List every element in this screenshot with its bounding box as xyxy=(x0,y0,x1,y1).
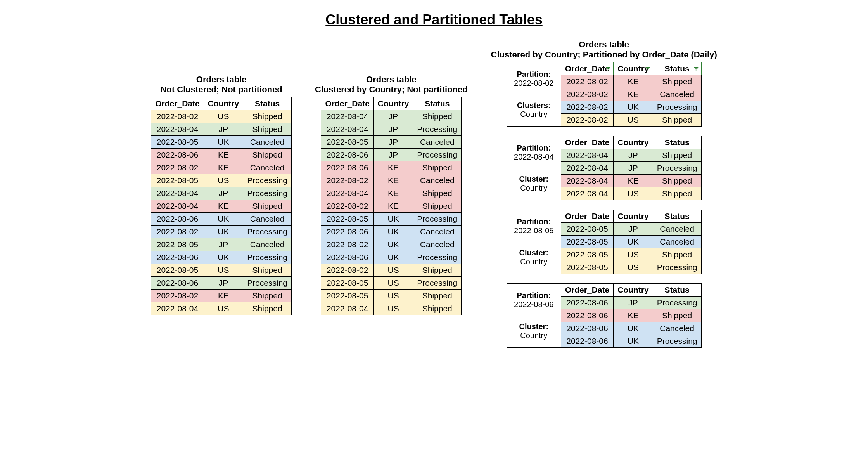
cluster-label: Cluster: xyxy=(510,175,558,184)
left-table-body: 2022-08-02USShipped2022-08-04JPShipped20… xyxy=(151,110,292,315)
cluster-label: Clusters: xyxy=(510,101,558,110)
partition-table: Order_DateCountryStatus2022-08-05JPCance… xyxy=(561,210,702,274)
table-cell: US xyxy=(614,114,653,127)
table-cell: Canceled xyxy=(243,136,292,149)
table-cell: Processing xyxy=(653,297,701,309)
table-cell: 2022-08-02 xyxy=(151,226,204,238)
table-cell: KE xyxy=(373,187,413,200)
table-header-row: Order_DateCountryStatus xyxy=(151,97,292,110)
table-cell: Canceled xyxy=(243,161,292,174)
partition-label: Partition: xyxy=(510,217,558,226)
left-table: Order_DateCountryStatus 2022-08-02USShip… xyxy=(151,97,292,315)
table-row: 2022-08-06JPProcessing xyxy=(321,149,462,161)
mid-table-body: 2022-08-04JPShipped2022-08-04JPProcessin… xyxy=(321,110,462,315)
column-header: Status xyxy=(243,97,292,110)
table-cell: 2022-08-06 xyxy=(321,161,373,174)
table-cell: JP xyxy=(373,136,413,149)
table-cell: US xyxy=(204,174,243,187)
table-cell: 2022-08-05 xyxy=(151,174,204,187)
table-cell: US xyxy=(373,264,413,277)
table-cell: Processing xyxy=(413,277,462,290)
mid-table-title: Orders table xyxy=(366,75,417,85)
table-row: 2022-08-05USProcessing xyxy=(151,174,292,187)
table-row: 2022-08-06UKCanceled xyxy=(321,226,462,238)
table-cell: Processing xyxy=(243,226,292,238)
table-cell: Processing xyxy=(413,251,462,264)
table-cell: KE xyxy=(614,309,653,322)
table-cell: Shipped xyxy=(653,187,701,200)
left-column: Orders table Not Clustered; Not partitio… xyxy=(151,75,292,315)
table-row: 2022-08-04JPProcessing xyxy=(151,187,292,200)
partition-table: Order_DateCountryStatus2022-08-02KEShipp… xyxy=(561,62,702,127)
table-row: 2022-08-02UKProcessing xyxy=(561,101,701,114)
table-cell: KE xyxy=(204,200,243,213)
table-row: 2022-08-02KEShipped xyxy=(561,75,701,88)
table-cell: 2022-08-06 xyxy=(321,149,373,161)
table-cell: 2022-08-02 xyxy=(321,264,373,277)
table-cell: JP xyxy=(373,123,413,136)
table-cell: 2022-08-04 xyxy=(561,149,613,162)
table-cell: 2022-08-05 xyxy=(151,238,204,251)
column-header: Order_Date xyxy=(561,62,613,75)
table-cell: 2022-08-04 xyxy=(151,200,204,213)
table-cell: 2022-08-04 xyxy=(561,187,613,200)
right-column: Orders table Clustered by Country; Parti… xyxy=(491,40,717,348)
table-cell: UK xyxy=(373,251,413,264)
table-cell: JP xyxy=(204,187,243,200)
table-cell: Shipped xyxy=(413,264,462,277)
partition-label: Partition: xyxy=(510,291,558,300)
table-cell: KE xyxy=(204,149,243,161)
mid-table: Order_DateCountryStatus 2022-08-04JPShip… xyxy=(321,97,462,315)
table-cell: KE xyxy=(373,174,413,187)
table-cell: Shipped xyxy=(243,149,292,161)
table-row: 2022-08-06KEShipped xyxy=(321,161,462,174)
table-row: 2022-08-06KEShipped xyxy=(151,149,292,161)
table-cell: 2022-08-04 xyxy=(151,187,204,200)
table-cell: Processing xyxy=(413,123,462,136)
column-header: Order_Date xyxy=(321,97,373,110)
table-cell: Shipped xyxy=(653,309,701,322)
filter-icon xyxy=(605,66,611,71)
table-cell: Shipped xyxy=(653,75,701,88)
table-row: 2022-08-05UKCanceled xyxy=(561,236,701,248)
column-header: Country xyxy=(373,97,413,110)
table-cell: KE xyxy=(614,75,653,88)
table-cell: 2022-08-02 xyxy=(151,161,204,174)
table-cell: Shipped xyxy=(413,290,462,302)
partition-table: Order_DateCountryStatus2022-08-04JPShipp… xyxy=(561,136,702,200)
partition-table-body: 2022-08-06JPProcessing2022-08-06KEShippe… xyxy=(561,297,701,348)
partition-block: Partition:2022-08-05Cluster:CountryOrder… xyxy=(507,210,702,274)
table-cell: 2022-08-04 xyxy=(151,302,204,315)
table-cell: Canceled xyxy=(413,136,462,149)
partition-table: Order_DateCountryStatus2022-08-06JPProce… xyxy=(561,283,702,348)
table-row: 2022-08-06UKProcessing xyxy=(321,251,462,264)
table-row: 2022-08-02UKCanceled xyxy=(321,238,462,251)
table-cell: UK xyxy=(373,226,413,238)
left-table-title: Orders table xyxy=(196,75,247,85)
column-header: Order_Date xyxy=(561,136,613,149)
column-header: Status xyxy=(653,136,701,149)
table-cell: Processing xyxy=(413,213,462,226)
table-row: 2022-08-05USShipped xyxy=(561,248,701,261)
table-row: 2022-08-04KEShipped xyxy=(321,187,462,200)
table-cell: Processing xyxy=(653,335,701,348)
right-table-title: Orders table xyxy=(579,40,629,50)
table-cell: Canceled xyxy=(653,223,701,236)
partition-side-label: Partition:2022-08-06Cluster:Country xyxy=(507,283,561,348)
left-table-subtitle: Not Clustered; Not partitioned xyxy=(161,85,282,95)
table-cell: Shipped xyxy=(413,187,462,200)
table-row: 2022-08-05USProcessing xyxy=(561,261,701,274)
table-cell: 2022-08-05 xyxy=(321,213,373,226)
table-cell: Canceled xyxy=(413,226,462,238)
partition-label: Partition: xyxy=(510,70,558,79)
table-cell: 2022-08-02 xyxy=(321,238,373,251)
partition-block: Partition:2022-08-06Cluster:CountryOrder… xyxy=(507,283,702,348)
table-cell: Canceled xyxy=(653,236,701,248)
partition-value: 2022-08-06 xyxy=(510,300,558,309)
table-cell: JP xyxy=(204,123,243,136)
table-cell: UK xyxy=(614,322,653,335)
table-cell: 2022-08-04 xyxy=(321,187,373,200)
table-cell: Shipped xyxy=(413,302,462,315)
table-row: 2022-08-04USShipped xyxy=(151,302,292,315)
table-row: 2022-08-02KEShipped xyxy=(151,290,292,302)
